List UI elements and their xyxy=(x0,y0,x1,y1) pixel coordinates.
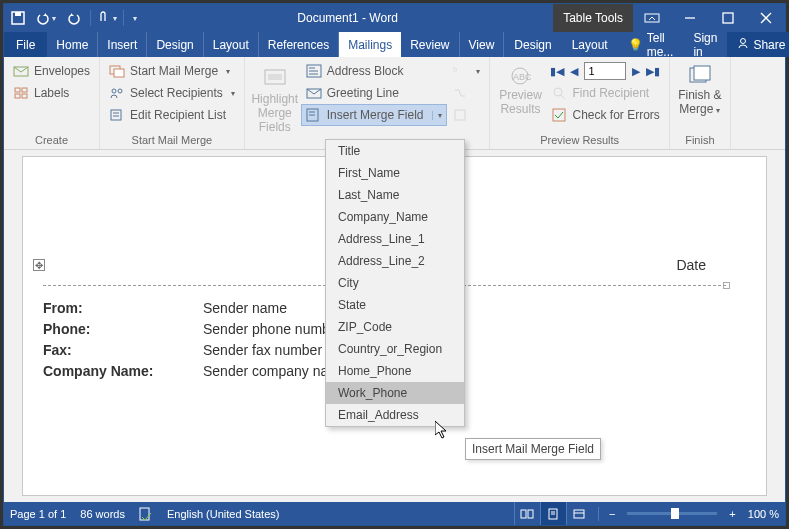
tab-mailings[interactable]: Mailings xyxy=(339,32,401,57)
first-record-button[interactable]: ▮◀ xyxy=(550,64,564,78)
share-icon xyxy=(737,37,749,52)
redo-icon[interactable] xyxy=(60,4,88,32)
envelopes-button[interactable]: Envelopes xyxy=(8,60,95,82)
web-layout-button[interactable] xyxy=(566,502,592,525)
share-button[interactable]: Share xyxy=(727,32,789,57)
tell-me-search[interactable]: 💡 Tell me... xyxy=(618,32,684,57)
tab-file[interactable]: File xyxy=(4,32,47,57)
save-icon[interactable] xyxy=(4,4,32,32)
svg-rect-14 xyxy=(114,69,124,77)
ribbon-options-icon[interactable] xyxy=(633,4,671,32)
minimize-button[interactable] xyxy=(671,4,709,32)
menu-item-zip-code[interactable]: ZIP_Code xyxy=(326,316,464,338)
svg-rect-36 xyxy=(553,109,565,121)
menu-item-title[interactable]: Title xyxy=(326,140,464,162)
chevron-down-icon[interactable]: ▾ xyxy=(432,111,442,120)
menu-item-company-name[interactable]: Company_Name xyxy=(326,206,464,228)
last-record-button[interactable]: ▶▮ xyxy=(646,64,660,78)
zoom-slider[interactable] xyxy=(627,512,717,515)
svg-rect-38 xyxy=(694,66,710,80)
previous-record-button[interactable]: ◀ xyxy=(567,64,581,78)
menu-item-work-phone[interactable]: Work_Phone xyxy=(326,382,464,404)
check-errors-button[interactable]: Check for Errors xyxy=(546,104,664,126)
svg-rect-12 xyxy=(22,94,27,98)
spelling-icon[interactable] xyxy=(139,507,153,521)
tab-table-design[interactable]: Design xyxy=(504,32,561,57)
insert-merge-field-button[interactable]: Insert Merge Field ▾ xyxy=(301,104,448,126)
svg-text:ABC: ABC xyxy=(513,72,532,82)
address-block-icon xyxy=(306,63,322,79)
finish-icon xyxy=(686,64,714,88)
menu-item-first-name[interactable]: First_Name xyxy=(326,162,464,184)
menu-item-country[interactable]: Country_or_Region xyxy=(326,338,464,360)
tab-layout[interactable]: Layout xyxy=(204,32,259,57)
svg-rect-10 xyxy=(22,88,27,92)
status-language[interactable]: English (United States) xyxy=(167,508,280,520)
menu-item-address-line-2[interactable]: Address_Line_2 xyxy=(326,250,464,272)
svg-text:ᵇ: ᵇ xyxy=(453,65,458,77)
maximize-button[interactable] xyxy=(709,4,747,32)
document-title: Document1 - Word xyxy=(142,11,553,25)
zoom-in-button[interactable]: + xyxy=(725,508,739,520)
labels-button[interactable]: Labels xyxy=(8,82,95,104)
match-icon xyxy=(452,85,468,101)
menu-item-home-phone[interactable]: Home_Phone xyxy=(326,360,464,382)
zoom-level[interactable]: 100 % xyxy=(748,508,779,520)
zoom-out-button[interactable]: − xyxy=(605,508,619,520)
envelope-icon xyxy=(13,63,29,79)
undo-icon[interactable]: ▾ xyxy=(32,4,60,32)
sign-in-button[interactable]: Sign in xyxy=(683,32,727,57)
select-recipients-button[interactable]: Select Recipients▾ xyxy=(104,82,240,104)
svg-rect-39 xyxy=(140,508,149,520)
status-words[interactable]: 86 words xyxy=(80,508,125,520)
touch-mode-icon[interactable]: ▾ xyxy=(93,4,121,32)
group-start-mail-merge: Start Mail Merge xyxy=(104,132,240,149)
tab-view[interactable]: View xyxy=(460,32,505,57)
qa-customize-icon[interactable]: ▾ xyxy=(126,4,142,32)
edit-recipient-list-button[interactable]: Edit Recipient List xyxy=(104,104,240,126)
recipients-icon xyxy=(109,85,125,101)
svg-rect-11 xyxy=(15,94,20,98)
mail-merge-icon xyxy=(109,63,125,79)
edit-list-icon xyxy=(109,107,125,123)
next-record-button[interactable]: ▶ xyxy=(629,64,643,78)
menu-item-state[interactable]: State xyxy=(326,294,464,316)
tab-references[interactable]: References xyxy=(259,32,339,57)
tab-design[interactable]: Design xyxy=(147,32,203,57)
print-layout-button[interactable] xyxy=(540,502,566,525)
table-resize-handle[interactable] xyxy=(723,282,730,289)
labels-icon xyxy=(13,85,29,101)
close-button[interactable] xyxy=(747,4,785,32)
group-create: Create xyxy=(8,132,95,149)
date-label: Date xyxy=(676,257,706,273)
read-mode-button[interactable] xyxy=(514,502,540,525)
record-number-input[interactable] xyxy=(584,62,626,80)
menu-item-city[interactable]: City xyxy=(326,272,464,294)
preview-results-button: ABC Preview Results xyxy=(494,60,546,126)
tab-insert[interactable]: Insert xyxy=(98,32,147,57)
menu-item-address-line-1[interactable]: Address_Line_1 xyxy=(326,228,464,250)
status-page[interactable]: Page 1 of 1 xyxy=(10,508,66,520)
tab-review[interactable]: Review xyxy=(401,32,459,57)
svg-rect-40 xyxy=(521,510,526,518)
svg-point-15 xyxy=(112,89,116,93)
match-fields-button xyxy=(447,82,485,104)
svg-point-7 xyxy=(741,39,746,44)
tab-table-layout[interactable]: Layout xyxy=(562,32,618,57)
greeting-line-button[interactable]: Greeting Line xyxy=(301,82,448,104)
svg-rect-45 xyxy=(574,510,584,518)
finish-merge-button[interactable]: Finish & Merge▾ xyxy=(674,60,726,132)
start-mail-merge-button[interactable]: Start Mail Merge▾ xyxy=(104,60,240,82)
tab-home[interactable]: Home xyxy=(47,32,98,57)
svg-line-35 xyxy=(561,95,565,99)
address-block-button[interactable]: Address Block xyxy=(301,60,448,82)
insert-merge-field-menu: Title First_Name Last_Name Company_Name … xyxy=(325,139,465,427)
update-icon xyxy=(452,107,468,123)
menu-item-email[interactable]: Email_Address xyxy=(326,404,464,426)
record-navigation: ▮◀ ◀ ▶ ▶▮ xyxy=(546,60,664,82)
search-icon xyxy=(551,85,567,101)
insert-field-icon xyxy=(306,107,322,123)
highlight-merge-fields-button: Highlight Merge Fields xyxy=(249,60,301,136)
menu-item-last-name[interactable]: Last_Name xyxy=(326,184,464,206)
svg-point-34 xyxy=(554,88,562,96)
